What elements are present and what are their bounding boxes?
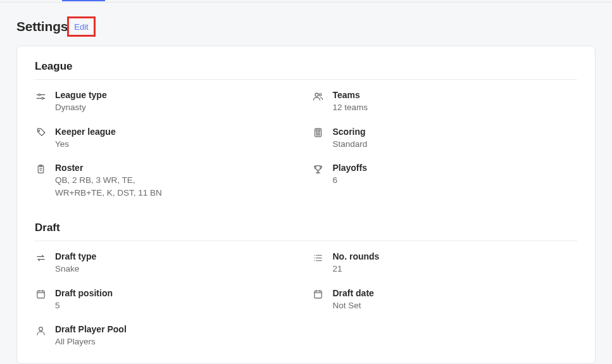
field-keeper: Keeper league Yes [35, 127, 300, 151]
field-playoffs: Playoffs 6 [313, 163, 578, 199]
field-label: Scoring [333, 127, 578, 137]
svg-point-12 [316, 135, 317, 135]
settings-card: League League type Dynasty Teams 12 team… [16, 46, 596, 364]
field-label: Teams [333, 90, 578, 100]
tag-icon [35, 127, 46, 139]
svg-point-9 [316, 133, 317, 134]
calendar-icon [313, 289, 324, 300]
field-label: Draft position [55, 288, 300, 298]
edit-link[interactable]: Edit [74, 22, 88, 32]
divider [35, 79, 577, 80]
svg-point-6 [38, 130, 39, 132]
sliders-icon [35, 91, 46, 102]
svg-rect-30 [315, 291, 322, 298]
field-value: Standard [333, 138, 459, 151]
page-header: Settings Edit [16, 16, 596, 37]
field-value: 6 [333, 174, 459, 187]
league-grid: League type Dynasty Teams 12 teams K [35, 90, 577, 199]
field-draft-pool: Draft Player Pool All Players [35, 324, 300, 348]
svg-point-4 [315, 93, 318, 96]
field-value: 12 teams [333, 101, 459, 114]
svg-point-10 [318, 133, 318, 134]
field-value: Not Set [333, 299, 459, 312]
field-label: Roster [55, 163, 300, 173]
field-value: Snake [55, 263, 182, 275]
svg-point-14 [319, 135, 320, 135]
svg-rect-15 [38, 165, 44, 172]
edit-highlight-box: Edit [67, 16, 95, 37]
field-label: Draft date [333, 288, 578, 298]
field-value: 21 [333, 263, 459, 275]
svg-point-3 [41, 97, 43, 99]
svg-point-11 [319, 133, 320, 134]
field-value: Dynasty [55, 101, 182, 114]
users-icon [313, 91, 324, 102]
calendar-icon [35, 289, 46, 300]
field-label: No. rounds [333, 251, 578, 261]
field-league-type: League type Dynasty [35, 90, 300, 114]
field-label: Keeper league [55, 127, 300, 137]
calculator-icon [313, 127, 324, 139]
svg-point-13 [318, 135, 318, 135]
field-no-rounds: No. rounds 21 [313, 251, 578, 275]
field-draft-type: Draft type Snake [35, 251, 300, 275]
active-tab-underline [62, 0, 105, 1]
svg-point-5 [319, 93, 322, 96]
draft-grid: Draft type Snake No. rounds 21 Draft [35, 251, 577, 348]
field-scoring: Scoring Standard [313, 127, 578, 151]
user-icon [35, 325, 46, 336]
field-draft-date: Draft date Not Set [313, 288, 578, 312]
field-label: Draft Player Pool [55, 324, 300, 334]
field-label: League type [55, 90, 300, 100]
svg-point-34 [39, 327, 42, 331]
field-draft-position: Draft position 5 [35, 288, 300, 312]
list-icon [313, 252, 324, 263]
section-title-draft: Draft [35, 222, 577, 234]
field-value: Yes [55, 138, 182, 151]
svg-point-2 [38, 94, 40, 96]
section-title-league: League [35, 60, 577, 73]
svg-rect-8 [316, 130, 320, 131]
divider [35, 241, 577, 241]
field-label: Playoffs [333, 163, 578, 173]
page-title: Settings [16, 19, 68, 34]
svg-rect-26 [37, 291, 44, 298]
field-value: All Players [55, 336, 182, 348]
field-roster: Roster QB, 2 RB, 3 WR, TE, WR+RB+TE, K, … [35, 163, 300, 199]
field-label: Draft type [55, 251, 300, 261]
tab-indicator-bar [0, 0, 612, 3]
field-teams: Teams 12 teams [313, 90, 578, 114]
trophy-icon [313, 163, 324, 175]
field-value: QB, 2 RB, 3 WR, TE, WR+RB+TE, K, DST, 11… [55, 174, 182, 199]
arrows-swap-icon [35, 252, 46, 263]
clipboard-icon [35, 163, 46, 175]
field-value: 5 [55, 299, 182, 312]
